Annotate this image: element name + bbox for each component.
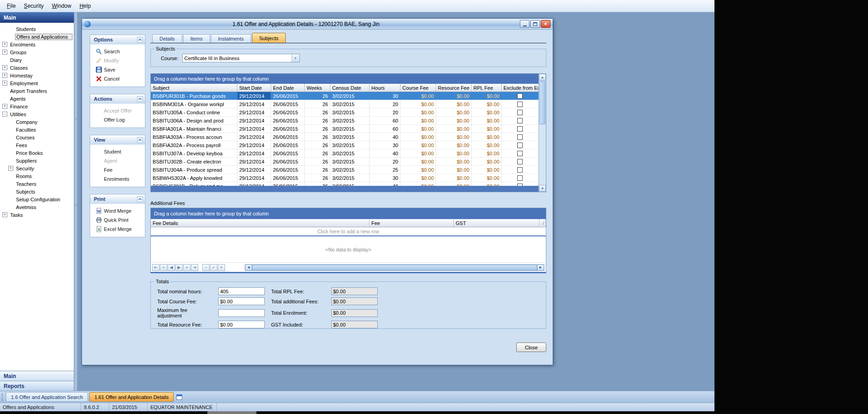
- column-header-end-date[interactable]: End Date: [271, 84, 305, 92]
- menu-help[interactable]: Help: [75, 1, 95, 10]
- menu-file[interactable]: File: [3, 1, 20, 10]
- exclude-checkbox[interactable]: [517, 134, 523, 140]
- window-tab-1-61-offer-and-application-details[interactable]: 1.61 Offer and Application Details: [89, 392, 174, 402]
- scrollbar-thumb[interactable]: [539, 81, 545, 124]
- form-icon[interactable]: [176, 394, 182, 400]
- exclude-checkbox[interactable]: [517, 143, 523, 148]
- save-button[interactable]: Save: [90, 66, 145, 73]
- sidebar-footer-main-button[interactable]: Main: [0, 371, 74, 381]
- window-tab-1-6-offer-and-application-search[interactable]: 1.6 Offer and Application Search: [6, 392, 88, 402]
- gst-included-field[interactable]: $0.00: [331, 321, 378, 328]
- student-button[interactable]: Student: [90, 148, 145, 155]
- excel-merge-button[interactable]: XExcel Merge: [90, 225, 145, 233]
- nav-post-icon[interactable]: ✓: [210, 264, 217, 271]
- column-header-fee-details[interactable]: Fee Details: [151, 219, 370, 227]
- total-resource-fee-field[interactable]: $0.00: [218, 321, 265, 328]
- subject-row[interactable]: BSBWHS302A - Apply knowled29/12/201426/0…: [151, 174, 539, 182]
- expand-icon[interactable]: +: [2, 212, 7, 217]
- fee-button[interactable]: Fee: [90, 166, 145, 174]
- sidebar-item-teachers[interactable]: Teachers: [0, 180, 74, 188]
- sidebar-item-finance[interactable]: +Finance: [0, 102, 74, 110]
- course-dropdown[interactable]: Certificate III in Business ▼: [182, 54, 300, 62]
- subject-row[interactable]: BSBITU307A - Develop keyboa29/12/201426/…: [151, 149, 539, 158]
- exclude-checkbox[interactable]: [517, 167, 523, 173]
- expand-icon[interactable]: +: [2, 50, 7, 55]
- sidebar-item-groups[interactable]: +Groups: [0, 48, 74, 56]
- subject-row[interactable]: BSBFIA302A - Process payroll29/12/201426…: [151, 141, 539, 149]
- chevron-up-icon[interactable]: [137, 137, 143, 143]
- column-header-resource-fee[interactable]: Resource Fee: [436, 84, 472, 92]
- group-by-panel[interactable]: Drag a column header here to group by th…: [151, 208, 546, 219]
- chevron-up-icon[interactable]: [137, 96, 143, 102]
- sidebar-item-subjects[interactable]: Subjects: [0, 188, 74, 195]
- sidebar-item-homestay[interactable]: +Homestay: [0, 72, 74, 79]
- collapse-icon[interactable]: -: [2, 112, 7, 117]
- menu-window[interactable]: Window: [48, 1, 76, 10]
- exclude-checkbox[interactable]: [517, 118, 523, 123]
- sidebar-item-airport-transfers[interactable]: Airport Transfers: [0, 87, 74, 95]
- sidebar-item-employment[interactable]: +Employment: [0, 79, 74, 87]
- sidebar-splitter[interactable]: ‹ ‹: [74, 12, 77, 391]
- enrolments-button[interactable]: Enrolments: [90, 175, 145, 183]
- column-header-hours[interactable]: Hours: [370, 84, 401, 92]
- modify-button[interactable]: Modify: [90, 56, 145, 64]
- column-header-rpl-fee[interactable]: RPL Fee: [472, 84, 502, 92]
- sidebar-item-courses[interactable]: Courses: [0, 133, 74, 141]
- expand-icon[interactable]: +: [2, 73, 7, 78]
- total-course-fee-field[interactable]: $0.00: [218, 297, 265, 305]
- subject-row[interactable]: BSBINM301A - Organise workpl29/12/201426…: [151, 100, 539, 108]
- word-merge-button[interactable]: WWord Merge: [90, 207, 145, 215]
- window-titlebar[interactable]: 1.61 Offer and Application Details - 120…: [82, 19, 553, 30]
- menu-security[interactable]: Security: [20, 1, 47, 10]
- tab-instalments[interactable]: Instalments: [211, 34, 251, 43]
- tab-details[interactable]: Details: [152, 34, 182, 43]
- drag-handle-icon[interactable]: [2, 394, 4, 401]
- column-header-census-date[interactable]: Census Date: [330, 84, 370, 92]
- scrollbar-thumb[interactable]: [252, 265, 537, 271]
- collapse-arrow-icon[interactable]: ‹: [75, 117, 77, 121]
- subject-row[interactable]: BSBITU306A - Design and prod29/12/201426…: [151, 117, 539, 125]
- subject-row[interactable]: BSBITU305A - Conduct online29/12/201426/…: [151, 108, 539, 117]
- maximum-fee-adjustment-field[interactable]: [218, 309, 265, 317]
- chevron-up-icon[interactable]: [137, 196, 143, 202]
- quick-print-button[interactable]: Quick Print: [90, 216, 145, 224]
- exclude-checkbox[interactable]: [517, 175, 523, 181]
- sidebar-item-fees[interactable]: Fees: [0, 141, 74, 149]
- nav-last-icon[interactable]: ⇥: [191, 264, 198, 271]
- add-new-row-button[interactable]: Click here to add a new row: [151, 227, 546, 236]
- sidebar-item-diary[interactable]: Diary: [0, 56, 74, 64]
- subject-row[interactable]: BSBITU304A - Produce spread29/12/201426/…: [151, 166, 539, 174]
- agent-button[interactable]: Agent: [90, 157, 145, 164]
- tab-items[interactable]: Items: [183, 34, 210, 43]
- collapse-arrow-icon[interactable]: ‹: [75, 203, 77, 207]
- column-header-fee[interactable]: Fee: [370, 219, 454, 227]
- accept-offer-button[interactable]: Accept Offer: [90, 107, 145, 114]
- total-enrolment-field[interactable]: $0.00: [331, 309, 378, 317]
- sidebar-item-students[interactable]: Students: [0, 25, 74, 33]
- offer-log-button[interactable]: Offer Log: [90, 116, 145, 123]
- expand-icon[interactable]: +: [2, 81, 7, 86]
- vertical-scrollbar[interactable]: ▲ ▼: [539, 74, 546, 192]
- total-nominal-hours-field[interactable]: 405: [218, 287, 265, 295]
- sidebar-item-suppliers[interactable]: Suppliers: [0, 157, 74, 164]
- nav-next-page-icon[interactable]: »: [183, 264, 190, 271]
- expand-icon[interactable]: +: [2, 65, 7, 70]
- expand-icon[interactable]: +: [2, 104, 7, 109]
- minimize-button[interactable]: [520, 20, 529, 28]
- horizontal-scrollbar[interactable]: ◀▶: [245, 264, 544, 271]
- subject-row[interactable]: BSBCUS301B - Deliver and mo29/12/201426/…: [151, 182, 539, 186]
- close-window-button[interactable]: ×: [541, 20, 550, 28]
- sidebar-item-tasks[interactable]: +Tasks: [0, 211, 74, 219]
- sidebar-item-security[interactable]: +Security: [0, 164, 74, 172]
- nav-cancel-edit-icon[interactable]: ×: [218, 264, 225, 271]
- exclude-checkbox[interactable]: [517, 102, 523, 107]
- exclude-checkbox[interactable]: [517, 159, 523, 164]
- sidebar-item-setup-configuration[interactable]: Setup Configuration: [0, 195, 74, 203]
- nav-next-icon[interactable]: ▶: [175, 264, 183, 271]
- tab-subjects[interactable]: Subjects: [252, 33, 286, 43]
- sidebar-item-agents[interactable]: Agents: [0, 95, 74, 102]
- column-header-course-fee[interactable]: Course Fee: [401, 84, 436, 92]
- nav-delete-icon[interactable]: −: [202, 264, 210, 271]
- nav-first-icon[interactable]: ⇤: [152, 264, 159, 271]
- close-button[interactable]: Close: [516, 342, 546, 352]
